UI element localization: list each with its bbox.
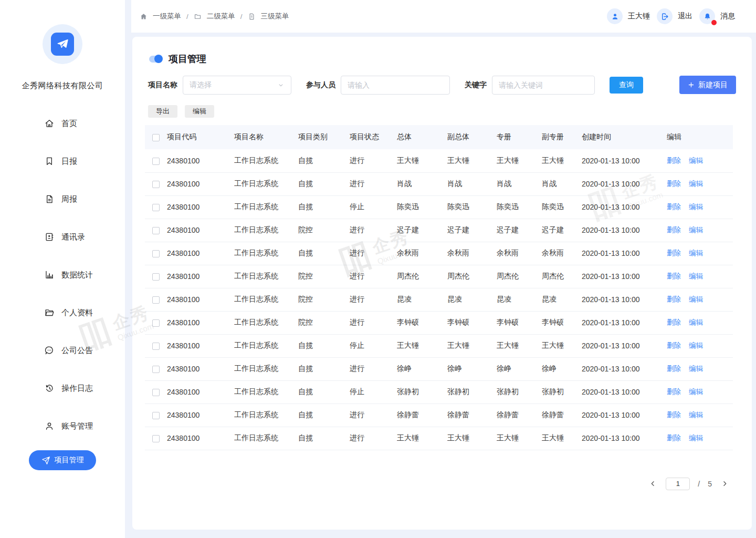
- sidebar-item-label: 操作日志: [61, 384, 93, 394]
- sidebar: 企秀网络科技有限公司 首页 日报 周报 通讯录 数据统计 个人资料 公司公告: [0, 0, 125, 538]
- edit-link[interactable]: 编辑: [689, 157, 703, 164]
- delete-link[interactable]: 删除: [667, 411, 681, 419]
- cell-created-time: 2020-01-13 10:00: [582, 404, 667, 427]
- sidebar-item-account-management[interactable]: 账号管理: [0, 407, 125, 445]
- cell-project-category: 院控: [298, 265, 350, 288]
- select-all-checkbox[interactable]: [152, 134, 160, 141]
- logout-chip[interactable]: 退出: [657, 8, 692, 24]
- edit-link[interactable]: 编辑: [689, 249, 703, 257]
- cell-project-category: 自揽: [298, 404, 350, 427]
- cell-album: 昆凌: [497, 288, 542, 311]
- row-checkbox[interactable]: [152, 158, 160, 165]
- cell-project-code: 24380100: [167, 172, 234, 195]
- breadcrumb-level-1[interactable]: 一级菜单: [153, 12, 181, 21]
- delete-link[interactable]: 删除: [667, 388, 681, 396]
- edit-link[interactable]: 编辑: [689, 365, 703, 373]
- cell-project-code: 24380100: [167, 219, 234, 242]
- edit-link[interactable]: 编辑: [689, 226, 703, 234]
- cell-deputy-album: 李钟硕: [542, 311, 582, 334]
- cell-deputy-album: 昆凌: [542, 288, 582, 311]
- breadcrumb-level-3[interactable]: 三级菜单: [261, 12, 289, 21]
- column-header: 创建时间: [582, 125, 667, 149]
- cell-project-category: 自揽: [298, 357, 350, 380]
- cell-created-time: 2020-01-13 10:00: [582, 288, 667, 311]
- sidebar-item-weekly-report[interactable]: 周报: [0, 180, 125, 218]
- edit-button[interactable]: 编辑: [185, 105, 214, 118]
- project-name-select[interactable]: 请选择: [183, 76, 291, 95]
- prev-page-button[interactable]: [648, 479, 658, 489]
- participant-input[interactable]: [341, 76, 450, 95]
- delete-link[interactable]: 删除: [667, 365, 681, 373]
- row-checkbox[interactable]: [152, 273, 160, 281]
- sidebar-item-project-management[interactable]: 项目管理: [29, 450, 96, 470]
- cell-project-status: 进行: [350, 357, 397, 380]
- cell-album: 王大锤: [497, 427, 542, 450]
- cell-album: 张静初: [497, 380, 542, 404]
- row-checkbox[interactable]: [152, 204, 160, 211]
- sidebar-item-label: 周报: [61, 194, 77, 204]
- keyword-input[interactable]: [492, 76, 595, 95]
- edit-link[interactable]: 编辑: [689, 434, 703, 442]
- edit-link[interactable]: 编辑: [689, 388, 703, 396]
- delete-link[interactable]: 删除: [667, 272, 681, 280]
- sidebar-item-label: 数据统计: [61, 270, 93, 280]
- edit-link[interactable]: 编辑: [689, 180, 703, 188]
- delete-link[interactable]: 删除: [667, 249, 681, 257]
- delete-link[interactable]: 删除: [667, 226, 681, 234]
- export-button[interactable]: 导出: [148, 105, 177, 118]
- cell-album: 迟子建: [497, 219, 542, 242]
- messages-chip[interactable]: 消息: [699, 8, 735, 24]
- sidebar-item-daily-report[interactable]: 日报: [0, 142, 125, 180]
- cell-deputy-album: 张静初: [542, 380, 582, 404]
- row-checkbox[interactable]: [152, 435, 160, 442]
- row-checkbox[interactable]: [152, 343, 160, 350]
- delete-link[interactable]: 删除: [667, 434, 681, 442]
- delete-link[interactable]: 删除: [667, 203, 681, 211]
- sidebar-item-operation-log[interactable]: 操作日志: [0, 369, 125, 407]
- sidebar-item-home[interactable]: 首页: [0, 105, 125, 142]
- row-checkbox[interactable]: [152, 181, 160, 188]
- cell-project-code: 24380100: [167, 149, 234, 172]
- filter-bar: 项目名称 请选择 参与人员 关键字 查询 新建项目: [132, 76, 752, 95]
- cell-project-status: 进行: [350, 427, 397, 450]
- new-project-button[interactable]: 新建项目: [679, 76, 736, 94]
- topbar: 一级菜单 / 二级菜单 / 三级菜单 王大锤 退出 消息: [131, 0, 756, 33]
- page-title: 项目管理: [169, 53, 206, 65]
- cell-deputy-leader: 迟子建: [447, 219, 497, 242]
- table-row: 24380100 工作日志系统 自揽 进行 徐静蕾 徐静蕾 徐静蕾 徐静蕾 20…: [145, 404, 733, 427]
- breadcrumb-level-2[interactable]: 二级菜单: [207, 12, 235, 21]
- cell-deputy-leader: 李钟硕: [447, 311, 497, 334]
- search-button[interactable]: 查询: [610, 77, 643, 94]
- delete-link[interactable]: 删除: [667, 180, 681, 188]
- delete-link[interactable]: 删除: [667, 342, 681, 349]
- user-chip[interactable]: 王大锤: [607, 8, 650, 24]
- edit-link[interactable]: 编辑: [689, 203, 703, 211]
- delete-link[interactable]: 删除: [667, 318, 681, 326]
- row-checkbox[interactable]: [152, 366, 160, 373]
- row-checkbox[interactable]: [152, 296, 160, 304]
- row-checkbox[interactable]: [152, 412, 160, 419]
- edit-link[interactable]: 编辑: [689, 295, 703, 303]
- edit-link[interactable]: 编辑: [689, 318, 703, 326]
- sidebar-item-contacts[interactable]: 通讯录: [0, 218, 125, 256]
- total-pages: 5: [708, 480, 712, 488]
- row-checkbox[interactable]: [152, 250, 160, 257]
- row-checkbox[interactable]: [152, 389, 160, 396]
- sidebar-item-profile[interactable]: 个人资料: [0, 294, 125, 332]
- cell-album: 李钟硕: [497, 311, 542, 334]
- delete-link[interactable]: 删除: [667, 157, 681, 164]
- cell-deputy-album: 王大锤: [542, 149, 582, 172]
- page-number-input[interactable]: [666, 478, 690, 490]
- cell-leader: 昆凌: [397, 288, 447, 311]
- edit-link[interactable]: 编辑: [689, 272, 703, 280]
- next-page-button[interactable]: [720, 479, 730, 489]
- logout-icon: [657, 8, 673, 24]
- sidebar-item-announcements[interactable]: 公司公告: [0, 332, 125, 369]
- edit-link[interactable]: 编辑: [689, 342, 703, 349]
- row-checkbox[interactable]: [152, 227, 160, 234]
- sidebar-item-statistics[interactable]: 数据统计: [0, 256, 125, 294]
- edit-link[interactable]: 编辑: [689, 411, 703, 419]
- row-checkbox[interactable]: [152, 319, 160, 327]
- cell-project-name: 工作日志系统: [234, 172, 298, 195]
- delete-link[interactable]: 删除: [667, 295, 681, 303]
